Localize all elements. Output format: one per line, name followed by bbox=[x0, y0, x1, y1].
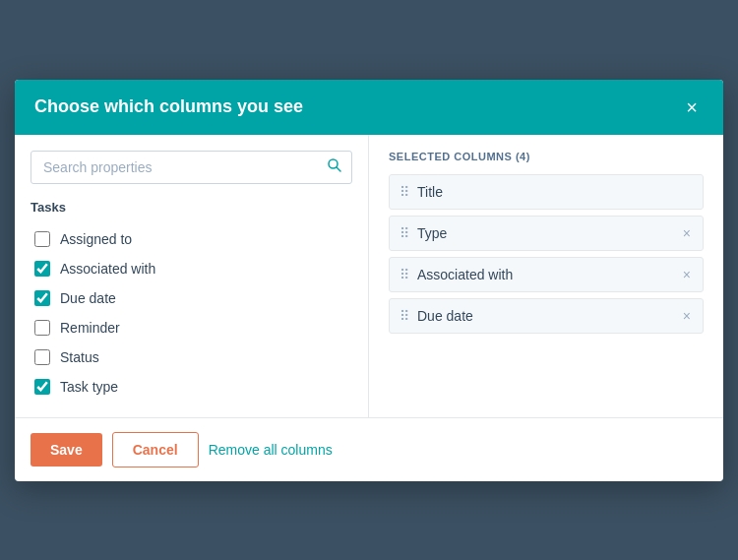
column-name-title: Title bbox=[417, 184, 693, 200]
drag-handle-icon[interactable]: ⠿ bbox=[400, 308, 409, 324]
column-item-title: ⠿Title bbox=[389, 174, 704, 210]
svg-line-1 bbox=[337, 167, 340, 171]
remove-all-button[interactable]: Remove all columns bbox=[209, 442, 333, 458]
checkbox-reminder[interactable] bbox=[34, 320, 50, 336]
modal-footer: Save Cancel Remove all columns bbox=[15, 417, 723, 481]
checkbox-task_type[interactable] bbox=[34, 379, 50, 395]
column-item-associated_with: ⠿Associated with× bbox=[389, 257, 704, 292]
drag-handle-icon[interactable]: ⠿ bbox=[400, 267, 409, 282]
close-button[interactable]: × bbox=[680, 95, 704, 119]
search-icon bbox=[327, 157, 342, 177]
checkbox-label-task_type: Task type bbox=[60, 379, 118, 395]
drag-handle-icon[interactable]: ⠿ bbox=[400, 225, 409, 241]
column-name-associated_with: Associated with bbox=[417, 267, 681, 282]
drag-handle-icon[interactable]: ⠿ bbox=[400, 184, 409, 200]
column-item-type: ⠿Type× bbox=[389, 216, 704, 251]
checkbox-label-assigned_to: Assigned to bbox=[60, 231, 132, 247]
section-label: Tasks bbox=[31, 200, 352, 215]
remove-column-button-due_date[interactable]: × bbox=[681, 309, 693, 323]
checkbox-label-associated_with: Associated with bbox=[60, 261, 155, 277]
search-box bbox=[31, 151, 352, 184]
checkbox-item-due_date[interactable]: Due date bbox=[31, 283, 352, 313]
left-panel: Tasks Assigned toAssociated withDue date… bbox=[15, 135, 369, 417]
search-input[interactable] bbox=[31, 151, 352, 184]
checkbox-due_date[interactable] bbox=[34, 290, 50, 306]
checkbox-label-status: Status bbox=[60, 349, 99, 365]
checkbox-assigned_to[interactable] bbox=[34, 231, 50, 247]
column-name-due_date: Due date bbox=[417, 308, 681, 324]
remove-column-button-type[interactable]: × bbox=[681, 226, 693, 240]
remove-column-button-associated_with[interactable]: × bbox=[681, 268, 693, 281]
modal-header: Choose which columns you see × bbox=[15, 80, 723, 135]
save-button[interactable]: Save bbox=[31, 433, 102, 467]
modal-backdrop: Choose which columns you see × Tasks bbox=[0, 0, 738, 560]
right-panel: SELECTED COLUMNS (4) ⠿Title⠿Type×⠿Associ… bbox=[369, 135, 723, 417]
checkbox-label-reminder: Reminder bbox=[60, 320, 120, 336]
checkbox-associated_with[interactable] bbox=[34, 261, 50, 277]
checkbox-label-due_date: Due date bbox=[60, 290, 116, 306]
column-list: ⠿Title⠿Type×⠿Associated with×⠿Due date× bbox=[389, 174, 704, 340]
modal-title: Choose which columns you see bbox=[34, 96, 303, 117]
column-name-type: Type bbox=[417, 225, 681, 241]
checkbox-item-assigned_to[interactable]: Assigned to bbox=[31, 224, 352, 254]
checkbox-item-associated_with[interactable]: Associated with bbox=[31, 254, 352, 283]
checkbox-item-task_type[interactable]: Task type bbox=[31, 372, 352, 402]
modal-body: Tasks Assigned toAssociated withDue date… bbox=[15, 135, 723, 417]
cancel-button[interactable]: Cancel bbox=[112, 432, 199, 467]
checkbox-status[interactable] bbox=[34, 349, 50, 365]
column-item-due_date: ⠿Due date× bbox=[389, 298, 704, 334]
checkbox-list: Assigned toAssociated withDue dateRemind… bbox=[31, 224, 352, 402]
selected-columns-title: SELECTED COLUMNS (4) bbox=[389, 151, 704, 162]
modal: Choose which columns you see × Tasks bbox=[15, 80, 723, 481]
checkbox-item-reminder[interactable]: Reminder bbox=[31, 313, 352, 342]
checkbox-item-status[interactable]: Status bbox=[31, 342, 352, 372]
